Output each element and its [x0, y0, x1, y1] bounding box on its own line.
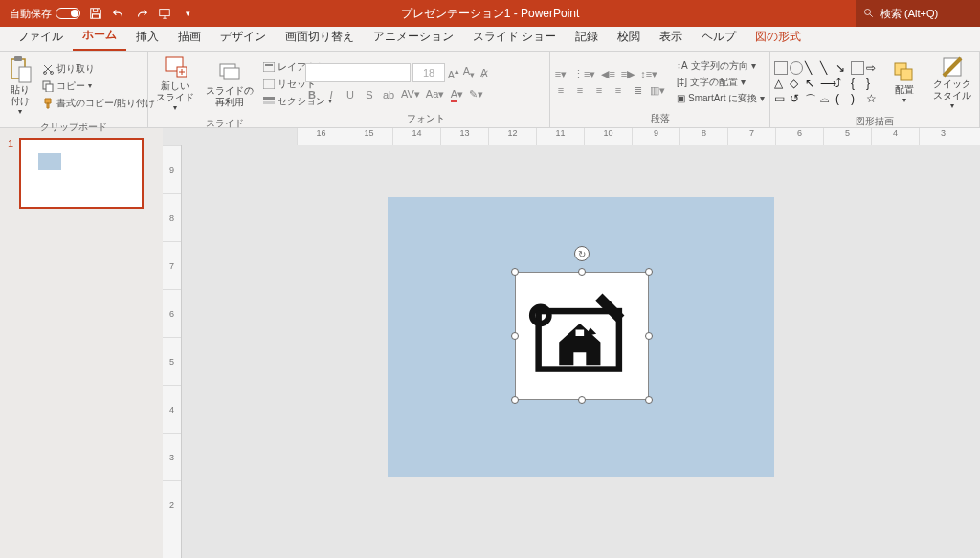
align-text-button[interactable]: [‡] 文字の配置 ▾: [675, 75, 767, 90]
resize-handle[interactable]: [511, 396, 519, 404]
increase-font-icon[interactable]: A▴: [447, 65, 460, 80]
undo-icon[interactable]: [111, 6, 126, 21]
align-left-button[interactable]: ≡: [554, 84, 568, 96]
svg-rect-23: [576, 330, 585, 336]
char-spacing-button[interactable]: AV▾: [401, 88, 420, 100]
tab-transitions[interactable]: 画面切り替え: [276, 25, 364, 51]
qat-dropdown-icon[interactable]: ▾: [180, 6, 195, 21]
columns-button[interactable]: ▥▾: [650, 84, 665, 97]
justify-button[interactable]: ≡: [612, 84, 625, 96]
redo-icon[interactable]: [134, 6, 149, 21]
shape-rect-icon[interactable]: [774, 61, 788, 75]
resize-handle[interactable]: [645, 332, 653, 340]
font-name-combo[interactable]: [305, 63, 411, 82]
paste-icon: [8, 56, 33, 84]
start-from-beginning-icon[interactable]: [157, 6, 172, 21]
font-size-combo[interactable]: 18: [412, 63, 445, 82]
shape-oval-icon[interactable]: [790, 61, 803, 75]
tab-slideshow[interactable]: スライド ショー: [463, 25, 566, 51]
tab-insert[interactable]: 挿入: [126, 25, 168, 51]
svg-rect-24: [595, 294, 625, 324]
tab-home[interactable]: ホーム: [73, 23, 126, 51]
tab-draw[interactable]: 描画: [168, 25, 211, 51]
shape-rect2-icon[interactable]: [851, 61, 864, 75]
tab-file[interactable]: ファイル: [8, 25, 73, 51]
tab-help[interactable]: ヘルプ: [692, 25, 746, 51]
arrange-button[interactable]: 配置▾: [889, 59, 920, 107]
change-case-button[interactable]: Aa▾: [426, 88, 444, 100]
ribbon-tabs: ファイル ホーム 挿入 描画 デザイン 画面切り替え アニメーション スライド …: [0, 27, 980, 52]
autosave-label: 自動保存: [10, 7, 52, 21]
selected-picture-object[interactable]: ↻: [515, 272, 649, 400]
group-font: 18 A▴ A▾ A̷ B I U S ab AV▾ Aa▾ A▾ ✎▾ フォン…: [301, 52, 550, 127]
convert-smartart-button[interactable]: ▣ SmartArt に変換 ▾: [675, 91, 767, 106]
svg-rect-19: [901, 69, 912, 80]
tab-review[interactable]: 校閲: [608, 25, 650, 51]
resize-handle[interactable]: [511, 268, 519, 276]
rotation-handle[interactable]: ↻: [574, 246, 590, 261]
reuse-slides-button[interactable]: スライドの 再利用: [202, 58, 257, 110]
arrange-icon: [893, 61, 916, 84]
highlight-button[interactable]: ✎▾: [469, 88, 483, 100]
tab-view[interactable]: 表示: [650, 25, 692, 51]
resize-handle[interactable]: [578, 396, 586, 404]
copy-button[interactable]: コピー▾: [40, 78, 157, 94]
underline-button[interactable]: U: [344, 89, 357, 100]
thumbnail-number: 1: [8, 138, 13, 209]
save-icon[interactable]: [88, 6, 103, 21]
new-slide-button[interactable]: 新しい スライド▾: [152, 54, 198, 115]
group-label-font: フォント: [305, 110, 546, 127]
resize-handle[interactable]: [578, 268, 586, 276]
bullets-button[interactable]: ≡▾: [554, 68, 568, 80]
group-clipboard: 貼り付け ▾ 切り取り コピー▾ 書式のコピー/貼り付け クリップボード: [0, 52, 148, 127]
line-spacing-button[interactable]: ↕≡▾: [640, 68, 657, 80]
reset-icon: [263, 79, 275, 89]
strike-button[interactable]: S: [363, 89, 376, 100]
resize-handle[interactable]: [645, 268, 653, 276]
group-label-drawing: 図形描画: [774, 113, 975, 130]
thumbnail-preview: [38, 153, 61, 170]
vertical-ruler: 98765432: [163, 145, 182, 558]
window-title: プレゼンテーション1 - PowerPoint: [401, 6, 580, 22]
svg-rect-16: [263, 97, 275, 100]
tab-animations[interactable]: アニメーション: [364, 25, 463, 51]
resize-handle[interactable]: [645, 396, 653, 404]
distribute-button[interactable]: ≣: [631, 84, 644, 97]
text-direction-button[interactable]: ↕A 文字列の方向 ▾: [675, 58, 767, 74]
group-drawing: ╲ ╲ ↘ ⇨ △ ◇ ↖ ⟶ ⤴ { } ▭ ↺ ⌒ ⌓ ( ) ☆: [770, 52, 980, 127]
align-center-button[interactable]: ≡: [573, 84, 587, 96]
copy-icon: [42, 80, 54, 92]
reuse-icon: [218, 60, 241, 85]
font-color-button[interactable]: A▾: [450, 88, 463, 100]
svg-rect-14: [265, 64, 273, 66]
tab-record[interactable]: 記録: [566, 25, 608, 51]
italic-button[interactable]: I: [324, 89, 338, 100]
slide-thumbnail-panel[interactable]: 1: [0, 128, 163, 558]
workspace: 1 161514131211109876543 98765432 ↻: [0, 128, 980, 558]
format-painter-button[interactable]: 書式のコピー/貼り付け: [40, 96, 157, 111]
numbering-button[interactable]: ⋮≡▾: [573, 68, 595, 80]
slide-canvas-area[interactable]: 161514131211109876543 98765432 ↻: [163, 128, 980, 558]
paste-button[interactable]: 貼り付け ▾: [4, 54, 36, 119]
search-placeholder: 検索 (Alt+Q): [880, 7, 938, 21]
decrease-indent-button[interactable]: ◀≡: [601, 68, 614, 80]
increase-indent-button[interactable]: ≡▶: [621, 68, 635, 80]
shadow-button[interactable]: ab: [382, 89, 395, 100]
group-label-paragraph: 段落: [554, 110, 766, 127]
quick-styles-button[interactable]: クイック スタイル▾: [929, 54, 975, 113]
cut-button[interactable]: 切り取り: [40, 61, 157, 77]
autosave-toggle[interactable]: 自動保存: [10, 7, 80, 21]
clear-formatting-icon[interactable]: A̷: [478, 67, 491, 79]
shapes-gallery[interactable]: ╲ ╲ ↘ ⇨ △ ◇ ↖ ⟶ ⤴ { } ▭ ↺ ⌒ ⌓ ( ) ☆: [774, 61, 880, 105]
search-box[interactable]: 検索 (Alt+Q): [856, 0, 980, 27]
resize-handle[interactable]: [511, 332, 519, 340]
tab-picture-format[interactable]: 図の形式: [746, 25, 811, 51]
bold-button[interactable]: B: [305, 89, 319, 100]
svg-rect-15: [263, 79, 275, 89]
align-right-button[interactable]: ≡: [592, 84, 606, 96]
decrease-font-icon[interactable]: A▾: [462, 65, 476, 79]
svg-point-1: [865, 10, 871, 15]
slide-thumbnail-1[interactable]: [19, 138, 144, 209]
tab-design[interactable]: デザイン: [211, 25, 276, 51]
svg-point-5: [44, 71, 47, 74]
